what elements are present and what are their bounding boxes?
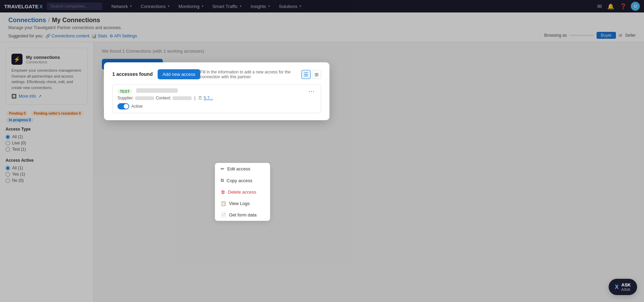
copy-icon: ⧉ [221,178,224,183]
active-label: Active [131,104,143,109]
menu-get-form-data[interactable]: 📄 Get form data [215,209,270,221]
access-row-header: TEST ⋯ [117,88,316,94]
access-menu-button[interactable]: ⋯ [307,88,316,94]
form-icon: 📄 [221,212,226,217]
grid-view-button[interactable]: ⊞ [312,70,321,79]
modal-description: Fill in the information to add a new acc… [200,70,297,79]
context-menu: ✏ Edit access ⧉ Copy access 🗑 Delete acc… [215,163,270,221]
delete-icon: 🗑 [221,189,225,195]
modal-panel: 1 accesses found Add new access Fill in … [104,62,329,120]
add-access-button[interactable]: Add new access [158,69,200,79]
toggle-switch: Active [117,103,316,109]
supplier-value-placeholder [135,96,154,100]
context-value-placeholder [173,96,192,100]
modal-overlay: 1 accesses found Add new access Fill in … [0,0,644,302]
edit-icon: ✏ [221,166,224,171]
menu-copy-access[interactable]: ⧉ Copy access [215,175,270,186]
active-toggle[interactable] [117,103,129,109]
view-toggle: ☰ ⊞ [301,70,321,79]
access-tag-name: TEST [117,88,178,94]
list-view-button[interactable]: ☰ [301,70,311,79]
access-tag: TEST [117,89,132,94]
table-icon: 🗒 [198,96,202,100]
access-row: TEST ⋯ Supplier: Context: | 🗒 5.7... Act… [112,84,321,113]
menu-delete-access[interactable]: 🗑 Delete access [215,186,270,198]
logs-icon: 📋 [221,201,226,206]
ask-aina-name: AINA [621,287,631,292]
menu-view-logs[interactable]: 📋 View Logs [215,198,270,209]
menu-edit-access[interactable]: ✏ Edit access [215,163,270,175]
aina-x-icon: X [615,284,619,290]
ask-aina-label: ASK [621,282,631,287]
access-meta: Supplier: Context: | 🗒 5.7... [117,96,316,100]
ask-aina-button[interactable]: X ASK AINA [609,279,637,295]
modal-found-info: 1 accesses found Add new access [112,69,200,79]
access-link[interactable]: 5.7... [204,96,213,100]
modal-header: 1 accesses found Add new access Fill in … [112,69,321,79]
access-name-placeholder [136,88,178,93]
